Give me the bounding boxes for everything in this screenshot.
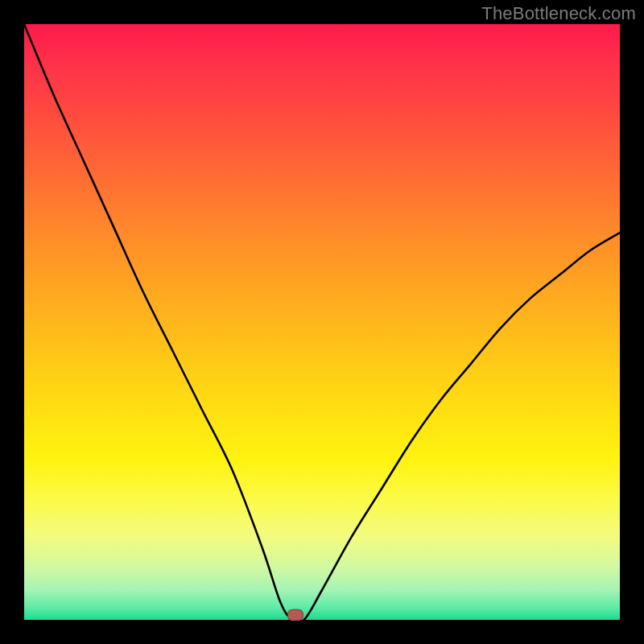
chart-frame: TheBottleneck.com xyxy=(0,0,644,644)
plot-area xyxy=(24,24,620,620)
optimal-point-marker xyxy=(287,609,303,621)
bottleneck-curve xyxy=(24,24,620,620)
watermark-text: TheBottleneck.com xyxy=(481,3,636,24)
